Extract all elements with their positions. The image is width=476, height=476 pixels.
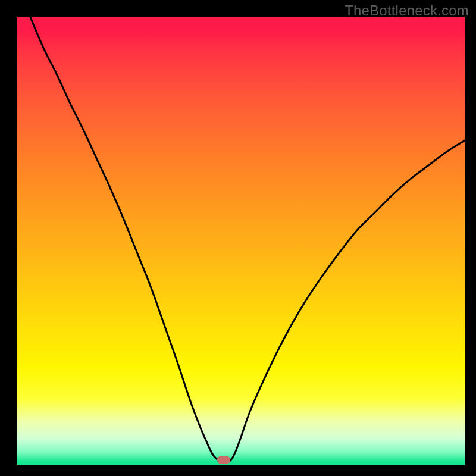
optimal-point-marker xyxy=(217,456,230,464)
bottleneck-curve xyxy=(17,17,465,465)
curve-path xyxy=(30,17,465,463)
plot-area xyxy=(17,17,465,465)
chart-frame: TheBottleneck.com xyxy=(0,0,476,476)
